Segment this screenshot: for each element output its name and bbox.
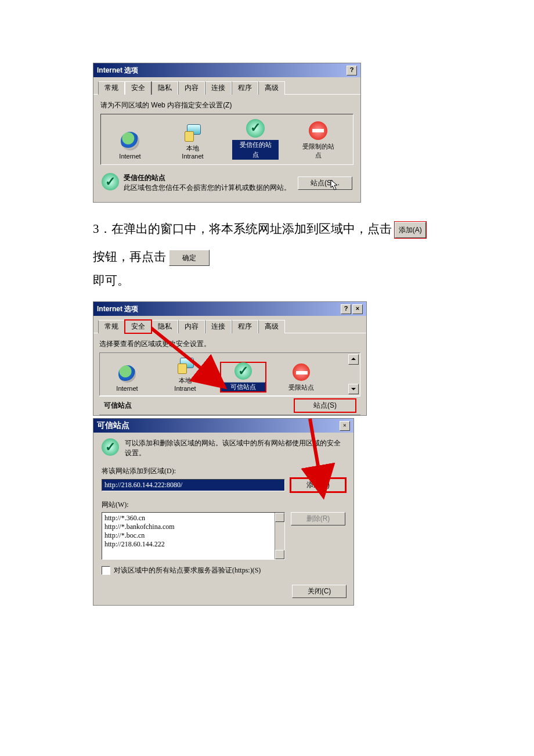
security-row-label: 可信站点 xyxy=(104,401,132,411)
tab-privacy[interactable]: 隐私 xyxy=(151,81,178,95)
trusted-sites-desc: 可以添加和删除该区域的网站。该区域中的所有网站都使用区域的安全设置。 xyxy=(102,438,345,458)
zone-label: 受限制的站 xyxy=(295,142,341,151)
tab-strip-2: 常规 安全 隐私 内容 连接 程序 高级 xyxy=(93,316,366,333)
tab-security[interactable]: 安全 xyxy=(125,81,151,95)
close-dialog-button[interactable]: 关闭(C) xyxy=(292,585,347,598)
zone-list-2: Internet 本地 Intranet 可信站点 受限站点 xyxy=(99,352,360,396)
dialog-internet-options-1: Internet 选项 ? 常规 安全 隐私 内容 连接 程序 高级 请为不同区… xyxy=(93,63,361,203)
tab-content[interactable]: 内容 xyxy=(178,320,205,333)
list-item[interactable]: http://218.60.144.222 xyxy=(104,540,274,549)
dialog-title: 可信站点 xyxy=(97,420,129,431)
stop-icon xyxy=(309,121,327,140)
tab-connections[interactable]: 连接 xyxy=(205,320,232,333)
zone-instruction: 选择要查看的区域或更改安全设置。 xyxy=(99,339,360,349)
zone-desc-body: 此区域包含您信任不会损害您的计算机或数据的网站。 xyxy=(124,183,291,192)
zone-label: Internet xyxy=(104,385,150,392)
tab-advanced[interactable]: 高级 xyxy=(258,81,285,95)
stop-icon xyxy=(293,363,310,381)
trusted-sites-desc-text: 可以添加和删除该区域的网站。该区域中的所有网站都使用区域的安全设置。 xyxy=(125,438,345,458)
zone-label: 受限站点 xyxy=(279,383,324,392)
zone-description: 受信任的站点 此区域包含您信任不会损害您的计算机或数据的网站。 站点(S)... xyxy=(100,171,353,195)
zone-label: 受信任的站 xyxy=(232,140,279,150)
sites-button[interactable]: 站点(S)... xyxy=(298,177,352,190)
instruction-step-3: 3．在弹出的窗口中，将本系统网址添加到区域中，点击 添加(A) xyxy=(93,217,447,241)
zone-desc-title: 受信任的站点 xyxy=(124,173,293,183)
list-item[interactable]: http://*.bankofchina.com xyxy=(104,523,274,531)
sites-button[interactable]: 站点(S) xyxy=(294,399,356,412)
websites-listbox[interactable]: http://*.360.cn http://*.bankofchina.com… xyxy=(102,512,285,560)
zone-instruction: 请为不同区域的 Web 内容指定安全设置(Z) xyxy=(100,100,353,110)
zone-description-text: 受信任的站点 此区域包含您信任不会损害您的计算机或数据的网站。 xyxy=(124,173,293,193)
zone-internet[interactable]: Internet xyxy=(104,365,150,392)
tab-privacy[interactable]: 隐私 xyxy=(151,320,178,333)
close-button[interactable]: × xyxy=(340,421,350,431)
help-button[interactable]: ? xyxy=(341,304,351,314)
help-button[interactable]: ? xyxy=(347,66,357,75)
tab-content[interactable]: 内容 xyxy=(178,81,205,95)
scroll-down[interactable] xyxy=(275,550,284,559)
add-button[interactable]: 添加(A) xyxy=(291,478,345,492)
zone-label: 本地 xyxy=(169,144,216,153)
zone-label: 点 xyxy=(232,150,279,160)
check-icon xyxy=(102,438,119,456)
tab-body-1: 请为不同区域的 Web 内容指定安全设置(Z) Internet 本地 Intr… xyxy=(93,94,360,202)
tab-programs[interactable]: 程序 xyxy=(232,81,258,95)
zone-restricted[interactable]: 受限制的站 点 xyxy=(295,121,341,160)
dialog-title: Internet 选项 xyxy=(97,304,138,314)
instruction-line2: 按钮，再点击 确定 xyxy=(93,244,447,269)
scroll-down[interactable] xyxy=(348,384,359,394)
zone-label: 本地 xyxy=(163,376,208,385)
https-checkbox[interactable] xyxy=(102,566,110,575)
list-item[interactable]: http://*.360.cn xyxy=(104,514,274,523)
zone-list: Internet 本地 Intranet 受信任的站 点 受限制的站 点 xyxy=(100,114,353,165)
zone-intranet[interactable]: 本地 Intranet xyxy=(163,357,208,392)
tab-strip-1: 常规 安全 隐私 内容 连接 程序 高级 xyxy=(93,77,360,94)
instruction-text: 按钮，再点击 xyxy=(93,250,166,264)
listbox-scrollbar[interactable] xyxy=(275,513,284,559)
dialog-trusted-sites: 可信站点 × 可以添加和删除该区域的网站。该区域中的所有网站都使用区域的安全设置… xyxy=(93,418,354,606)
close-button[interactable]: × xyxy=(352,304,363,314)
intranet-icon xyxy=(176,357,194,374)
dialog-title: Internet 选项 xyxy=(97,66,138,75)
tab-advanced[interactable]: 高级 xyxy=(258,320,285,333)
cursor-icon xyxy=(330,179,340,191)
globe-icon xyxy=(121,132,139,150)
intranet-icon xyxy=(183,123,202,142)
list-item[interactable]: http://*.boc.cn xyxy=(104,531,274,540)
check-icon xyxy=(246,119,265,138)
zone-trusted[interactable]: 受信任的站 点 xyxy=(232,119,279,160)
check-icon xyxy=(234,362,252,380)
tab-general[interactable]: 常规 xyxy=(98,320,125,333)
inline-add-button: 添加(A) xyxy=(395,222,426,238)
instruction-line3: 即可。 xyxy=(93,272,447,289)
https-checkbox-row: 对该区域中的所有站点要求服务器验证(https:)(S) xyxy=(102,566,345,575)
tab-connections[interactable]: 连接 xyxy=(205,81,232,95)
zone-restricted[interactable]: 受限站点 xyxy=(279,363,324,392)
tab-security[interactable]: 安全 xyxy=(125,320,151,333)
zone-trusted[interactable]: 可信站点 xyxy=(221,362,266,392)
zone-label: Internet xyxy=(107,153,153,160)
scroll-up[interactable] xyxy=(275,513,284,522)
scroll-up[interactable] xyxy=(348,354,359,365)
zone-intranet[interactable]: 本地 Intranet xyxy=(169,123,216,160)
title-bar-1: Internet 选项 ? xyxy=(93,63,360,77)
instruction-text: 3．在弹出的窗口中，将本系统网址添加到区域中，点击 xyxy=(93,222,392,236)
zone-label: Intranet xyxy=(169,153,216,160)
zone-label: 点 xyxy=(295,151,341,160)
inline-ok-button: 确定 xyxy=(169,250,210,266)
zone-label: 可信站点 xyxy=(221,382,266,392)
title-bar-3: 可信站点 × xyxy=(93,419,353,433)
trusted-sites-body: 可以添加和删除该区域的网站。该区域中的所有网站都使用区域的安全设置。 将该网站添… xyxy=(93,433,353,581)
tab-general[interactable]: 常规 xyxy=(98,81,125,95)
zone-label: Intranet xyxy=(163,385,208,392)
tab-body-2: 选择要查看的区域或更改安全设置。 Internet 本地 Intranet 可信… xyxy=(93,333,366,415)
add-website-row: http://218.60.144.222:8080/ 添加(A) xyxy=(102,478,345,492)
remove-button[interactable]: 删除(R) xyxy=(291,512,345,525)
globe-icon xyxy=(118,365,136,383)
title-bar-2: Internet 选项 ? × xyxy=(93,302,366,316)
tab-programs[interactable]: 程序 xyxy=(232,320,258,333)
https-checkbox-label: 对该区域中的所有站点要求服务器验证(https:)(S) xyxy=(114,566,261,575)
zone-internet[interactable]: Internet xyxy=(107,132,153,160)
add-website-input[interactable]: http://218.60.144.222:8080/ xyxy=(102,479,285,491)
check-icon xyxy=(102,173,119,190)
